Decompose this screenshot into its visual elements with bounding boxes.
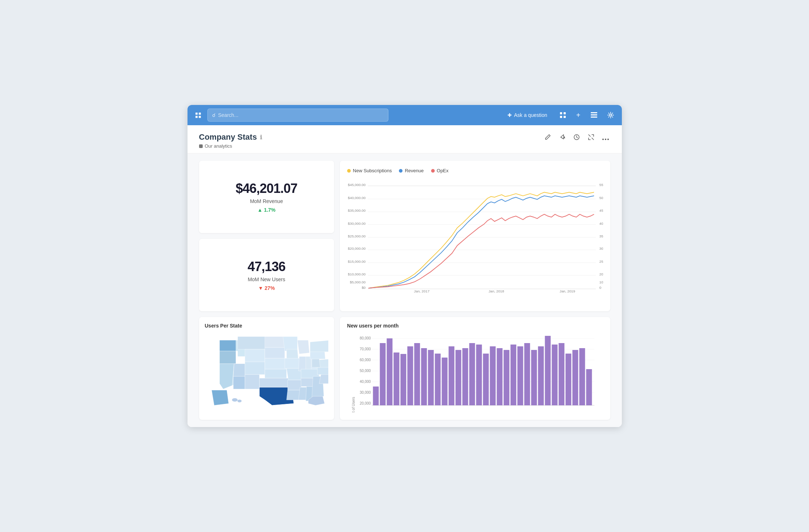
svg-rect-104 xyxy=(380,343,385,405)
line-chart-card: New Subscriptions Revenue OpEx $45,000.0… xyxy=(340,161,610,311)
svg-text:Jan, 2018: Jan, 2018 xyxy=(489,289,505,293)
edit-icon[interactable] xyxy=(543,132,552,144)
legend-subscriptions: New Subscriptions xyxy=(347,168,392,173)
svg-marker-64 xyxy=(285,358,301,368)
legend-opex: OpEx xyxy=(431,168,449,173)
svg-rect-116 xyxy=(462,348,468,405)
history-icon[interactable] xyxy=(572,132,581,144)
svg-text:$5,000.00: $5,000.00 xyxy=(350,280,366,284)
legend-opex-label: OpEx xyxy=(437,168,449,173)
breadcrumb-text: Our analytics xyxy=(205,143,232,149)
svg-rect-2 xyxy=(560,116,562,118)
svg-rect-125 xyxy=(524,343,530,405)
metric-revenue-card: $46,201.07 MoM Revenue ▲ 1.7% xyxy=(199,161,334,233)
navbar-right: ✚ Ask a question + xyxy=(503,109,616,122)
legend-revenue-dot xyxy=(399,169,403,173)
us-map-svg xyxy=(205,333,328,405)
ask-question-button[interactable]: ✚ Ask a question xyxy=(503,110,552,120)
bottom-row: Users Per State xyxy=(199,317,610,420)
svg-rect-6 xyxy=(591,117,597,118)
svg-marker-51 xyxy=(245,349,265,362)
svg-text:200: 200 xyxy=(599,272,603,276)
collections-icon[interactable] xyxy=(589,110,599,120)
legend-revenue: Revenue xyxy=(399,168,424,173)
svg-rect-112 xyxy=(435,354,441,405)
svg-text:60,000: 60,000 xyxy=(360,358,371,362)
search-input[interactable] xyxy=(218,112,384,118)
svg-marker-46 xyxy=(219,351,236,364)
browse-icon[interactable] xyxy=(557,110,568,121)
svg-marker-56 xyxy=(265,337,285,347)
settings-icon[interactable] xyxy=(605,110,616,121)
svg-text:$10,000.00: $10,000.00 xyxy=(348,272,366,276)
legend-opex-dot xyxy=(431,169,435,173)
chart-legend: New Subscriptions Revenue OpEx xyxy=(347,168,603,173)
more-options-icon[interactable] xyxy=(601,133,610,143)
svg-rect-119 xyxy=(483,354,489,405)
svg-marker-53 xyxy=(233,364,245,376)
page-actions xyxy=(543,132,610,144)
fullscreen-icon[interactable] xyxy=(586,132,596,144)
svg-marker-68 xyxy=(297,340,309,354)
svg-rect-122 xyxy=(503,350,509,405)
svg-text:250: 250 xyxy=(599,259,603,263)
page-title-area: Company Stats ℹ Our analytics xyxy=(199,132,262,149)
svg-rect-127 xyxy=(538,346,544,405)
map-card: Users Per State xyxy=(199,317,334,420)
svg-marker-83 xyxy=(310,340,328,352)
svg-marker-54 xyxy=(233,376,245,389)
svg-text:$20,000.00: $20,000.00 xyxy=(348,246,366,250)
search-icon: ☌ xyxy=(212,112,215,118)
svg-marker-60 xyxy=(259,378,292,387)
info-icon[interactable]: ℹ xyxy=(260,134,262,141)
svg-text:350: 350 xyxy=(599,234,603,238)
svg-text:30,000: 30,000 xyxy=(360,390,371,394)
svg-text:50,000: 50,000 xyxy=(360,369,371,373)
svg-rect-107 xyxy=(400,354,406,405)
svg-rect-110 xyxy=(421,348,427,405)
svg-point-87 xyxy=(237,400,241,402)
app-logo[interactable] xyxy=(193,110,203,120)
svg-rect-105 xyxy=(387,338,392,405)
search-bar[interactable]: ☌ xyxy=(207,109,388,122)
revenue-change: ▲ 1.7% xyxy=(257,207,275,213)
svg-text:$15,000.00: $15,000.00 xyxy=(348,259,366,263)
dashboard-grid: $46,201.07 MoM Revenue ▲ 1.7% New Subscr… xyxy=(199,161,610,311)
down-arrow-icon: ▼ xyxy=(258,285,263,291)
svg-marker-69 xyxy=(298,356,306,371)
svg-marker-62 xyxy=(283,337,297,351)
svg-marker-55 xyxy=(245,375,259,389)
svg-rect-131 xyxy=(565,354,571,405)
new-button[interactable]: + xyxy=(574,109,583,122)
breadcrumb-icon xyxy=(199,144,203,148)
revenue-label: MoM Revenue xyxy=(250,198,283,204)
svg-rect-124 xyxy=(517,346,523,405)
bar-chart-title: New users per month xyxy=(347,323,603,329)
svg-point-9 xyxy=(602,139,604,140)
svg-marker-85 xyxy=(211,390,228,405)
metric-users-card: 47,136 MoM New Users ▼ 27% xyxy=(199,239,334,311)
svg-marker-47 xyxy=(219,364,234,389)
svg-rect-114 xyxy=(448,346,454,405)
svg-rect-5 xyxy=(591,114,597,115)
svg-rect-121 xyxy=(497,348,502,405)
share-icon[interactable] xyxy=(557,132,567,144)
svg-text:450: 450 xyxy=(599,208,603,212)
svg-point-10 xyxy=(605,139,606,140)
revenue-value: $46,201.07 xyxy=(236,181,297,196)
svg-text:$25,000.00: $25,000.00 xyxy=(348,234,366,238)
svg-text:$30,000.00: $30,000.00 xyxy=(348,221,366,225)
svg-rect-130 xyxy=(559,343,564,405)
page-header: Company Stats ℹ Our analytics xyxy=(187,125,622,153)
legend-subscriptions-dot xyxy=(347,169,351,173)
svg-text:70,000: 70,000 xyxy=(360,347,371,351)
svg-point-11 xyxy=(607,139,609,140)
svg-rect-103 xyxy=(373,387,379,405)
svg-rect-3 xyxy=(564,116,566,118)
legend-revenue-label: Revenue xyxy=(405,168,424,173)
users-change: ▼ 27% xyxy=(258,285,275,291)
breadcrumb: Our analytics xyxy=(199,143,262,149)
svg-rect-111 xyxy=(428,350,434,405)
page-title: Company Stats ℹ xyxy=(199,132,262,142)
svg-rect-128 xyxy=(545,336,551,405)
